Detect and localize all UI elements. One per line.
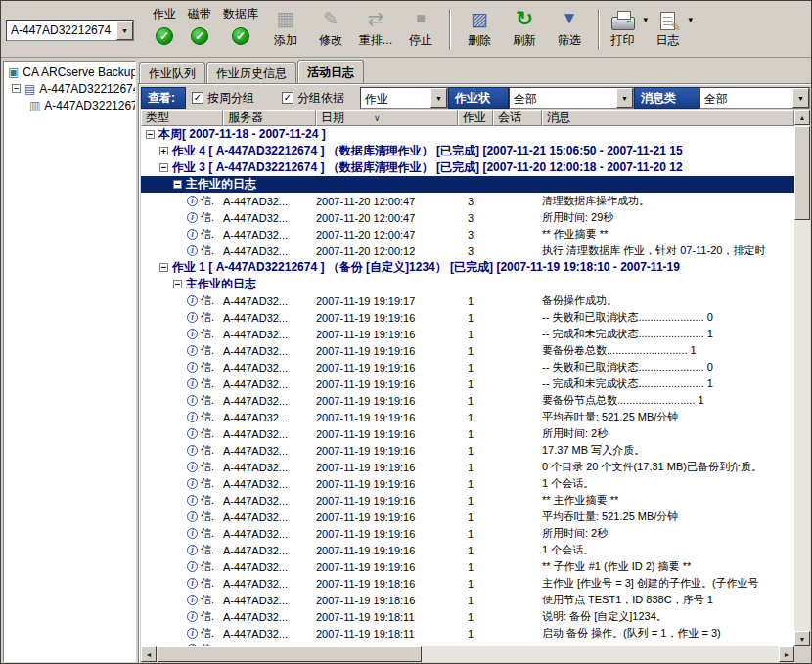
log-entry-row[interactable]: 信.A-447AD32...2007-11-19 19:19:161所用时间: … xyxy=(141,425,794,442)
log-entry-row[interactable]: 信.A-447AD32...2007-11-19 19:19:161** 子作业… xyxy=(141,558,794,575)
tree-item[interactable]: −▤A-447AD32212674 xyxy=(4,80,135,97)
minus-expand-icon[interactable]: − xyxy=(159,163,168,172)
chevron-down-icon[interactable]: ▼ xyxy=(116,21,133,40)
sub-header-row[interactable]: −主作业的日志 xyxy=(141,276,794,292)
reorder-icon: ⇄ xyxy=(368,5,384,32)
vertical-scroll-thumb[interactable] xyxy=(794,126,810,220)
sub-header-row[interactable]: −主作业的日志 xyxy=(141,176,794,193)
log-entry-row[interactable]: 信.A-447AD32...2007-11-19 19:18:111启动 备份 … xyxy=(141,625,794,642)
scroll-up-icon[interactable]: ▲ xyxy=(794,110,810,125)
log-message-cell: -- 失败和已取消状态...................... 0 xyxy=(542,360,794,375)
horizontal-scrollbar[interactable]: ◄ ► xyxy=(141,646,794,662)
log-entry-row[interactable]: 信.A-447AD32...2007-11-19 19:19:161要备份节点总… xyxy=(141,392,794,409)
chevron-down-icon[interactable]: ▾ xyxy=(643,15,648,24)
checkbox-checked-icon[interactable]: ✓ xyxy=(282,92,293,104)
log-entry-row[interactable]: 信.A-447AD32...2007-11-19 19:19:161-- 失败和… xyxy=(141,359,794,376)
log-entry-row[interactable]: 信.A-447AD32...2007-11-19 19:19:1610 个目录 … xyxy=(141,459,794,475)
tab-activity-log[interactable]: 活动日志 xyxy=(297,60,364,83)
scroll-down-icon[interactable]: ▼ xyxy=(794,631,810,646)
log-entry-row[interactable]: 信.A-447AD32...2007-11-19 19:19:161** 主作业… xyxy=(141,492,794,509)
column-header-date[interactable]: 日期 ∨ xyxy=(316,110,458,126)
log-date-cell: 2007-11-19 19:19:16 xyxy=(316,478,458,490)
log-type-text: 信. xyxy=(201,559,214,574)
info-icon xyxy=(187,196,198,206)
log-entry-row[interactable]: 信.A-447AD32...2007-11-19 19:19:161平均吞吐量:… xyxy=(141,409,794,425)
column-header-session[interactable]: 会话 xyxy=(493,110,542,126)
log-type-cell: 信. xyxy=(141,626,223,641)
log-date-cell: 2007-11-19 19:19:16 xyxy=(316,362,458,374)
tree-item[interactable]: ▥A-447AD32212674 xyxy=(4,97,135,113)
log-entry-row[interactable]: 信.A-447AD32...2007-11-19 19:18:111说明: 备份… xyxy=(141,608,794,625)
column-header-server[interactable]: 服务器 xyxy=(223,110,316,126)
log-date-cell: 2007-11-19 19:19:16 xyxy=(316,312,458,324)
info-icon xyxy=(187,445,198,456)
refresh-button[interactable]: ↻刷新 xyxy=(502,4,547,55)
horizontal-scroll-thumb[interactable] xyxy=(158,646,422,662)
plus-expand-icon[interactable]: + xyxy=(159,147,168,155)
minus-expand-icon[interactable]: − xyxy=(173,280,182,288)
log-job-cell: 1 xyxy=(458,545,493,556)
vertical-scrollbar[interactable]: ▲ ▼ xyxy=(794,110,810,646)
minus-expand-icon[interactable]: − xyxy=(12,84,21,93)
log-job-cell: 1 xyxy=(458,595,493,606)
log-entry-row[interactable]: 信.A-447AD32...2007-11-19 19:19:161-- 完成和… xyxy=(141,376,794,392)
filter-button[interactable]: ▼筛选 xyxy=(547,4,592,55)
print-button[interactable]: 打印▾ xyxy=(606,4,651,55)
chevron-down-icon[interactable]: ▾ xyxy=(688,15,693,24)
job-header-row[interactable]: +作业 4 [ A-447AD32212674 ] （数据库清理作业） [已完成… xyxy=(141,143,794,159)
group-by-week-option[interactable]: ✓ 按周分组 xyxy=(186,87,276,109)
group-field-select[interactable]: 作业 ▼ xyxy=(360,87,448,109)
log-icon xyxy=(660,12,675,30)
server-selector[interactable]: A-447AD32212674 ▼ xyxy=(6,20,134,41)
log-entry-row[interactable]: 信.A-447AD32...2007-11-20 12:00:473** 作业摘… xyxy=(141,226,794,243)
log-entry-row[interactable]: 信.A-447AD32...2007-11-20 12:00:473清理数据库操… xyxy=(141,193,794,209)
scroll-right-icon[interactable]: ► xyxy=(779,646,794,662)
log-button[interactable]: 日志▾ xyxy=(651,4,696,55)
minus-expand-icon[interactable]: − xyxy=(146,130,155,139)
column-header-message[interactable]: 消息 xyxy=(542,110,794,126)
scroll-left-icon[interactable]: ◄ xyxy=(141,646,157,662)
tree-item[interactable]: ▣CA ARCserve Backup xyxy=(4,64,135,80)
log-date-cell: 2007-11-20 12:00:47 xyxy=(316,196,458,207)
delete-button[interactable]: ▨删除 xyxy=(457,4,502,55)
log-entry-row[interactable]: 信.A-447AD32...2007-11-19 19:19:1611 个会话。 xyxy=(141,542,794,558)
group-header-row[interactable]: −本周[ 2007-11-18 - 2007-11-24 ] xyxy=(141,126,794,143)
column-header-type[interactable]: 类型 xyxy=(141,110,223,126)
checkbox-checked-icon[interactable]: ✓ xyxy=(192,92,203,104)
log-entry-row[interactable]: 信.A-447AD32...2007-11-19 19:19:171备份操作成功… xyxy=(141,292,794,309)
log-message-cell: 备份操作成功。 xyxy=(542,293,794,308)
log-entry-row[interactable]: 信.A-447AD32...2007-11-19 19:19:161-- 失败和… xyxy=(141,309,794,326)
log-server-cell: A-447AD32... xyxy=(223,561,316,573)
log-entry-row[interactable]: 信.A-447AD32...2007-11-19 19:19:161所用时间: … xyxy=(141,525,794,542)
message-type-select[interactable]: 全部 ▼ xyxy=(699,87,810,109)
log-entry-row[interactable]: 信.A-447AD32...2007-11-20 12:00:123执行 清理数… xyxy=(141,243,794,259)
job-header-row[interactable]: −作业 1 [ A-447AD32212674 ] （备份 [自定义]1234）… xyxy=(141,259,794,276)
log-server-cell: A-447AD32... xyxy=(223,196,316,207)
group-by-option[interactable]: ✓ 分组依据 xyxy=(276,87,360,109)
status-indicator: 数据库✓ xyxy=(223,6,258,45)
column-header-job[interactable]: 作业 xyxy=(458,110,493,126)
chevron-down-icon[interactable]: ▼ xyxy=(792,88,809,108)
info-icon xyxy=(187,312,198,323)
log-entry-row[interactable]: 信.A-447AD32...2007-11-19 19:19:161-- 完成和… xyxy=(141,326,794,342)
arcserve-window: { "colors": { "selection": "#0a246a", "h… xyxy=(0,0,812,664)
toolbar-separator xyxy=(598,9,600,50)
database-icon: ▥ xyxy=(29,99,40,112)
chevron-down-icon[interactable]: ▼ xyxy=(430,88,447,108)
job-header-row[interactable]: −作业 3 [ A-447AD32212674 ] （数据库清理作业） [已完成… xyxy=(141,159,794,176)
log-entry-row[interactable]: 信.A-447AD32...2007-11-19 19:18:161主作业 [作… xyxy=(141,575,794,592)
log-entry-row[interactable]: 信.A-447AD32...2007-11-20 12:00:473所用时间: … xyxy=(141,209,794,226)
tab-job-queue[interactable]: 作业队列 xyxy=(139,62,205,84)
tab-job-history[interactable]: 作业历史信息 xyxy=(206,62,296,84)
log-entry-row[interactable]: 信.A-447AD32...2007-11-19 19:19:1611 个会话。 xyxy=(141,475,794,492)
log-entry-row[interactable]: 信.A-447AD32...2007-11-19 19:19:16117.37 … xyxy=(141,442,794,459)
job-status-select[interactable]: 全部 ▼ xyxy=(509,87,634,109)
log-entry-row[interactable]: 信.A-447AD32...2007-11-19 19:19:161要备份卷总数… xyxy=(141,342,794,359)
log-entry-row[interactable]: 信.A-447AD32...2007-11-19 19:18:161使用节点 T… xyxy=(141,592,794,608)
chevron-down-icon[interactable]: ▼ xyxy=(616,88,633,108)
minus-expand-icon[interactable]: − xyxy=(159,263,168,272)
log-date-cell: 2007-11-19 19:19:16 xyxy=(316,345,458,357)
log-entry-row[interactable]: 信.A-447AD32...2007-11-19 19:19:161平均吞吐量:… xyxy=(141,509,794,525)
log-date-cell: 2007-11-19 19:19:16 xyxy=(316,445,458,457)
minus-expand-icon[interactable]: − xyxy=(173,180,182,189)
